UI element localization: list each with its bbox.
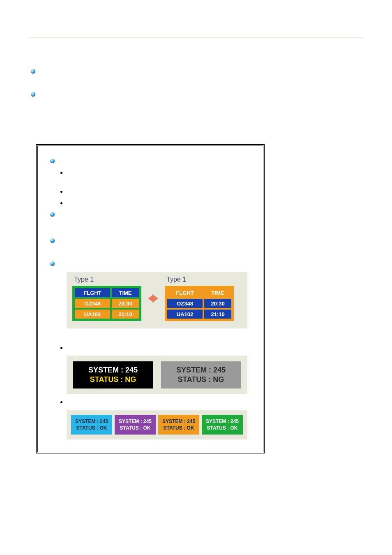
dot-bullet-icon [60, 347, 62, 349]
status-line2: STATUS : OK [164, 425, 194, 431]
dot-bullet-icon [60, 191, 62, 193]
status-line1: SYSTEM : 245 [75, 418, 108, 425]
outer-bullet-item [31, 91, 363, 98]
sphere-bullet-icon [50, 238, 55, 243]
inner-bullet-item [50, 237, 255, 245]
dot-bullet-icon [60, 172, 62, 174]
sphere-bullet-icon [50, 212, 55, 217]
status-ok-box-orange: SYSTEM : 245 STATUS : OK [158, 415, 199, 435]
table-cell: UA102 [74, 309, 111, 319]
status-line2: STATUS : NG [178, 375, 224, 384]
framed-info-box: Type 1 FLGHT TIME OZ348 20:30 UA102 21:1… [36, 144, 265, 453]
status-line1: SYSTEM : 245 [119, 418, 152, 425]
status-line2: STATUS : NG [90, 375, 136, 384]
sphere-bullet-icon [31, 92, 35, 97]
status-line1: SYSTEM : 245 [176, 365, 226, 375]
inner-bullet-item [50, 211, 255, 218]
status-ok-box-cyan: SYSTEM : 245 STATUS : OK [71, 415, 112, 435]
figure-type-label: Type 1 [74, 276, 141, 283]
inner-bullet-item [50, 260, 255, 268]
header-rule [29, 37, 363, 37]
status-line2: STATUS : OK [76, 425, 107, 431]
inner-bullet-item [50, 157, 255, 165]
status-box-black: SYSTEM : 245 STATUS : NG [73, 361, 153, 388]
status-box-grey: SYSTEM : 245 STATUS : NG [161, 361, 241, 388]
sphere-bullet-icon [50, 159, 55, 163]
dot-bullet-icon [60, 202, 62, 204]
dot-bullet-icon [60, 401, 62, 403]
status-line2: STATUS : OK [120, 425, 151, 431]
table-header-cell: TIME [203, 287, 232, 298]
status-line1: SYSTEM : 245 [162, 418, 195, 425]
table-header-cell: FLGHT [166, 287, 203, 298]
sphere-bullet-icon [50, 261, 55, 266]
figure-type1-comparison: Type 1 FLGHT TIME OZ348 20:30 UA102 21:1… [67, 272, 247, 328]
figure-status-ok-row: SYSTEM : 245 STATUS : OK SYSTEM : 245 ST… [67, 410, 247, 439]
document-page: Type 1 FLGHT TIME OZ348 20:30 UA102 21:1… [0, 0, 392, 470]
status-ok-box-green: SYSTEM : 245 STATUS : OK [202, 415, 243, 435]
bidirectional-arrow-icon [148, 294, 158, 303]
sub-bullet-item [60, 199, 255, 207]
sub-bullet-item [60, 169, 255, 176]
table-cell: UA102 [166, 309, 203, 319]
status-line1: SYSTEM : 245 [206, 418, 239, 425]
table-header-cell: FLGHT [74, 287, 111, 298]
sub-bullet-item [60, 344, 255, 352]
sphere-bullet-icon [31, 69, 35, 74]
status-line2: STATUS : OK [207, 425, 238, 431]
sub-bullet-item [60, 188, 255, 195]
outer-bullet-list [31, 68, 363, 98]
figure-right-column: Type 1 FLGHT TIME OZ348 20:30 UA102 21:1… [165, 276, 234, 321]
table-header-cell: TIME [111, 287, 140, 298]
figure-left-column: Type 1 FLGHT TIME OZ348 20:30 UA102 21:1… [72, 276, 141, 321]
status-ok-box-purple: SYSTEM : 245 STATUS : OK [115, 415, 156, 435]
table-cell: 20:30 [203, 298, 232, 309]
flight-table-green: FLGHT TIME OZ348 20:30 UA102 21:10 [72, 286, 141, 321]
table-cell: 20:30 [111, 298, 140, 309]
status-line1: SYSTEM : 245 [88, 365, 138, 375]
figure-status-ng: SYSTEM : 245 STATUS : NG SYSTEM : 245 ST… [67, 356, 247, 394]
sub-bullet-item [60, 398, 255, 406]
table-cell: 21:10 [111, 309, 140, 319]
table-cell: OZ348 [74, 298, 111, 309]
outer-bullet-item [31, 68, 363, 75]
figure-type-label: Type 1 [166, 276, 234, 283]
flight-table-orange: FLGHT TIME OZ348 20:30 UA102 21:10 [165, 286, 234, 321]
table-cell: OZ348 [166, 298, 203, 309]
inner-bullet-list: Type 1 FLGHT TIME OZ348 20:30 UA102 21:1… [50, 157, 255, 439]
table-cell: 21:10 [203, 309, 232, 319]
